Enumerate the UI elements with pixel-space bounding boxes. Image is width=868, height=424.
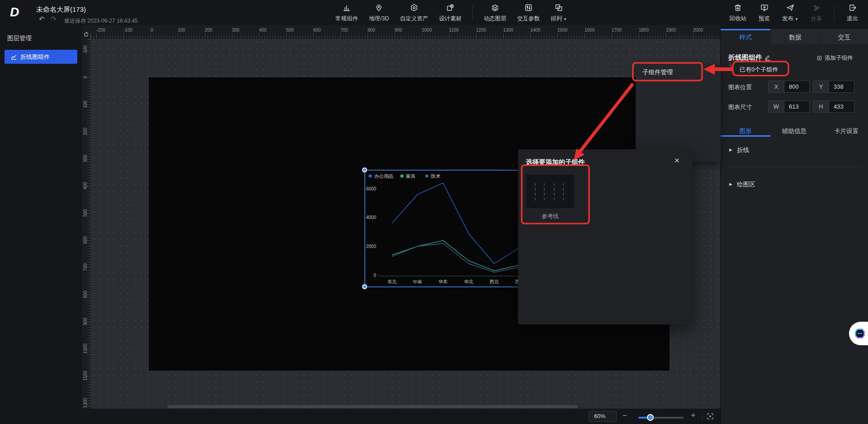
toolbar-right: 回收站预览发布▼分享退出	[730, 0, 858, 25]
selection-handle-bottom-left[interactable]	[362, 284, 367, 289]
svg-text:6000: 6000	[366, 186, 377, 191]
ruler-label: 1000	[83, 340, 88, 358]
chevron-right-icon[interactable]: ▶	[729, 148, 732, 152]
w-field-input[interactable]: 613	[784, 100, 810, 113]
ruler-label: 1200	[476, 28, 486, 33]
menu-item-subcomponent-management[interactable]: 子组件管理	[636, 64, 721, 81]
toolbar-item-share[interactable]: 分享	[811, 3, 822, 23]
y-field-input[interactable]: 338	[829, 81, 854, 93]
tab-style[interactable]: 样式	[721, 29, 770, 44]
layer-item-label: 折线图组件	[20, 53, 50, 61]
redo-icon[interactable]: ↷	[51, 15, 57, 23]
robot-icon	[853, 327, 867, 340]
toolbar-item-label: 常规组件	[335, 15, 358, 23]
inspector-top-strip	[721, 25, 868, 29]
chevron-down-icon: ▼	[563, 17, 567, 21]
toolbar-item-layers[interactable]: 动态图层	[484, 3, 506, 23]
app-logo[interactable]: D	[5, 3, 24, 22]
add-subcomponent-dialog: 选择要添加的子组件 ✕ 参考线	[518, 149, 692, 324]
section-line[interactable]: 折线	[737, 146, 749, 154]
subcomponent-count-text: 已有0个子组件	[740, 66, 778, 74]
close-icon[interactable]: ✕	[674, 157, 680, 165]
line-chart-icon	[10, 53, 17, 60]
undo-icon[interactable]: ↶	[39, 15, 45, 23]
chevron-right-icon[interactable]: ▶	[729, 182, 732, 186]
toolbar-item-label: 交互参数	[517, 15, 540, 23]
reference-line-thumbnail[interactable]	[525, 174, 575, 209]
ruler-label: 800	[368, 28, 375, 33]
toolbar-item-bar-chart[interactable]: 常规组件	[335, 3, 358, 23]
fit-screen-icon[interactable]	[706, 412, 714, 420]
component-title: 折线图组件	[728, 53, 762, 62]
line-chart-component[interactable]: 0200040006000东北中南华东华北西北西南办公用品家具技术	[364, 170, 531, 287]
toolbar-item-interaction-params[interactable]: 交互参数	[517, 3, 540, 23]
context-menu: 子组件管理	[636, 64, 721, 162]
screen-title[interactable]: 未命名大屏(173)	[36, 5, 86, 14]
ruler-label: 500	[83, 204, 88, 222]
selection-border-top	[364, 170, 531, 171]
add-subcomponent-button[interactable]: 添加子组件	[816, 54, 853, 62]
ruler-label: -100	[83, 41, 88, 59]
toolbar-item-arrange[interactable]: 排列▼	[551, 3, 567, 23]
svg-text:家具: 家具	[406, 173, 416, 179]
zoom-level-input[interactable]: 60%	[589, 411, 617, 422]
ruler-label: 0	[83, 68, 88, 86]
subtab-auxiliary[interactable]: 辅助信息	[774, 127, 815, 135]
refresh-icon[interactable]	[83, 31, 90, 38]
y-field-label: Y	[813, 81, 829, 93]
svg-text:华北: 华北	[464, 279, 474, 284]
ruler-label: 1100	[83, 367, 88, 385]
toolbar-item-map-pin[interactable]: 地理/3D	[369, 3, 389, 23]
toolbar-item-publish[interactable]: 发布▼	[782, 3, 798, 23]
ruler-label: 1300	[503, 28, 513, 33]
ruler-label: 800	[83, 286, 88, 304]
layers-panel-title: 图层管理	[7, 34, 32, 43]
selection-handle-top-left[interactable]	[362, 167, 367, 172]
selection-border-bottom	[364, 286, 531, 287]
svg-text:中南: 中南	[413, 279, 422, 284]
toolbar-item-preview[interactable]: 预览	[759, 3, 770, 23]
ruler-label: 1000	[422, 28, 432, 33]
layer-item-line-chart[interactable]: 折线图组件	[5, 50, 77, 64]
ruler-label: 1900	[666, 28, 676, 33]
x-field-label: X	[768, 81, 784, 93]
exit-icon	[848, 3, 857, 14]
ruler-label: 400	[259, 28, 267, 33]
toolbar-item-label: 设计素材	[439, 15, 462, 23]
subtab-card-settings[interactable]: 卡片设置	[826, 127, 867, 135]
edit-pencil-icon[interactable]	[764, 54, 771, 61]
ruler-label: 1600	[585, 28, 594, 33]
ruler-corner	[82, 25, 90, 39]
bar-chart-icon	[342, 3, 351, 14]
tab-data[interactable]: 数据	[770, 29, 820, 44]
toolbar-item-trash[interactable]: 回收站	[730, 3, 747, 23]
app-root: D 未命名大屏(173) ↶ ↷ 最近保存 2023-06-27 16:43:4…	[0, 0, 868, 424]
zoom-out-button[interactable]: −	[623, 411, 627, 420]
ruler-label: 300	[232, 28, 240, 33]
toolbar-item-hexagon-asset[interactable]: 自定义资产	[400, 3, 428, 23]
chart-size-label: 图表尺寸	[728, 103, 752, 111]
ruler-label: 100	[83, 95, 88, 114]
zoom-slider-thumb[interactable]	[647, 414, 654, 421]
svg-text:2000: 2000	[366, 244, 377, 249]
top-bar: D 未命名大屏(173) ↶ ↷ 最近保存 2023-06-27 16:43:4…	[0, 0, 868, 25]
zoom-in-button[interactable]: +	[691, 411, 696, 420]
toolbar-divider	[472, 5, 473, 20]
ruler-label: 900	[83, 313, 88, 331]
chevron-down-icon: ▼	[795, 17, 798, 21]
design-material-icon	[446, 3, 455, 14]
dashed-line	[544, 183, 545, 200]
ruler-label: 600	[83, 231, 88, 249]
publish-icon	[786, 3, 795, 14]
horizontal-scrollbar-thumb[interactable]	[167, 405, 578, 408]
ruler-label: 700	[83, 258, 88, 276]
subtab-graphic[interactable]: 图形	[734, 127, 757, 135]
tab-interaction[interactable]: 交互	[820, 29, 868, 44]
toolbar-item-design-material[interactable]: 设计素材	[439, 3, 462, 23]
tree-connector: └	[728, 62, 732, 69]
section-plot-area[interactable]: 绘图区	[737, 181, 755, 189]
h-field-input[interactable]: 433	[829, 100, 854, 113]
bottom-bar-divider	[702, 412, 703, 421]
x-field-input[interactable]: 800	[784, 81, 810, 93]
toolbar-item-exit[interactable]: 退出	[847, 3, 858, 23]
